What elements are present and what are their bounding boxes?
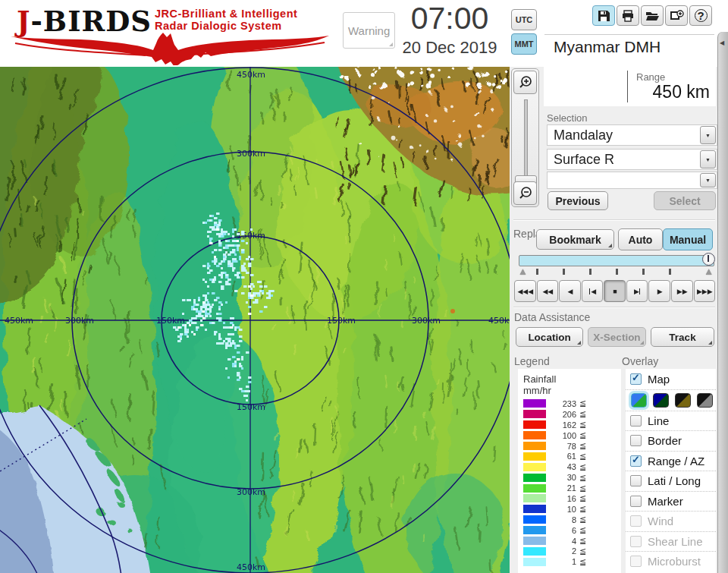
toolbar: ? [592, 5, 712, 26]
legend-threshold-value: 4 [549, 537, 576, 546]
playback-stop-button[interactable]: ■ [604, 280, 626, 302]
legend-unit: mm/hr [523, 385, 617, 396]
timezone-toggle: UTC MMT [511, 9, 537, 58]
header-separator [544, 34, 714, 35]
triangle-icon: ◀ [548, 288, 552, 295]
slider-tick [669, 269, 671, 275]
map-style-swatch-4[interactable] [697, 393, 713, 408]
playback-play-button[interactable]: ▶ [648, 280, 670, 302]
panel-collapse-strip[interactable]: ◀ [717, 32, 728, 573]
product-dropdown-button[interactable]: ▼ [700, 150, 716, 168]
terrain-spot [450, 309, 455, 313]
checkbox-range-az[interactable]: ✓ [630, 455, 642, 467]
overlay-item-label: Shear Line [648, 535, 703, 548]
zoom-out-icon [518, 186, 533, 201]
separator [513, 219, 715, 221]
control-panel: Range 450 km Selection Mandalay ▼ Surfac… [510, 67, 717, 573]
bookmark-button[interactable]: Bookmark [536, 229, 614, 250]
open-folder-button[interactable] [641, 5, 664, 26]
triangle-icon: ■ [613, 288, 616, 295]
slider-tick [642, 269, 645, 275]
slider-end-triangle-icon: ▲ [704, 266, 714, 277]
select-button[interactable]: Select [654, 191, 716, 210]
checkbox-lati-long[interactable] [630, 475, 642, 486]
map-canvas: 450km300km150km150km300km450km450km300km… [0, 67, 510, 573]
legend-color-swatch [523, 558, 546, 566]
station-name: Myanmar DMH [554, 38, 661, 56]
check-icon: ✓ [632, 454, 640, 465]
playback-play-reverse-button[interactable]: ◀ [559, 280, 581, 302]
warning-button[interactable]: Warning [343, 12, 395, 49]
range-ring-label: 150km [237, 402, 265, 412]
location-button[interactable]: Location [516, 327, 583, 347]
overlay-item-line[interactable]: Line [626, 411, 716, 431]
utc-button[interactable]: UTC [511, 9, 537, 30]
product-dropdown[interactable]: Surface R ▼ [547, 149, 717, 170]
zoom-in-button[interactable] [513, 71, 537, 94]
option-dropdown[interactable]: ▼ [547, 172, 717, 189]
lte-symbol: ≦ [579, 537, 586, 545]
playback-forward-fast-button[interactable]: ▶▶▶ [694, 280, 716, 302]
legend-entry: 100≦ [523, 430, 617, 441]
option-dropdown-button[interactable]: ▼ [700, 173, 716, 187]
checkbox-border[interactable] [630, 435, 642, 446]
legend-threshold-value: 61 [549, 452, 576, 461]
logo-subtitle: JRC-Brilliant & Intelligent Radar Dialog… [155, 8, 297, 32]
checkbox-map[interactable]: ✓ [630, 373, 642, 385]
mmt-button[interactable]: MMT [511, 33, 537, 55]
zoom-out-button[interactable] [513, 181, 537, 205]
playback-step-forward-button[interactable]: ▶ [626, 280, 648, 302]
playback-forward-button[interactable]: ▶▶ [671, 280, 693, 302]
app-logo: J-BIRDS JRC-Brilliant & Intelligent Rada… [6, 2, 332, 65]
print-button[interactable] [617, 5, 639, 26]
lte-symbol: ≦ [579, 474, 586, 482]
range-value: 450 km [653, 82, 710, 102]
range-ring-label: 450km [237, 562, 265, 572]
replay-slider-handle[interactable] [702, 253, 715, 266]
overlay-item-map[interactable]: ✓Map [626, 369, 716, 389]
help-button[interactable]: ? [689, 5, 712, 26]
playback-step-back-button[interactable]: ◀ [582, 280, 604, 302]
lte-symbol: ≦ [579, 420, 586, 429]
map-style-swatch-2[interactable] [653, 393, 669, 408]
map-style-swatch-1[interactable] [631, 393, 647, 408]
playback-rewind-button[interactable]: ◀◀ [537, 280, 559, 302]
legend-threshold-value: 21 [549, 483, 576, 493]
overlay-item-microburst: Microburst [626, 551, 716, 571]
auto-button[interactable]: Auto [618, 228, 663, 250]
legend-label: Legend [514, 355, 550, 367]
map-style-swatch-3[interactable] [675, 393, 691, 408]
radar-map[interactable]: 450km300km150km150km300km450km450km300km… [0, 67, 510, 573]
site-dropdown[interactable]: Mandalay ▼ [547, 124, 717, 146]
legend-threshold-value: 30 [549, 473, 576, 482]
help-icon: ? [695, 9, 708, 22]
rainfall-legend: Rainfall mm/hr 233≦206≦162≦100≦78≦61≦43≦… [518, 369, 621, 573]
playback-rewind-fast-button[interactable]: ◀◀◀ [514, 280, 536, 302]
checkbox-marker[interactable] [630, 496, 642, 507]
overlay-item-label: Range / AZ [648, 455, 704, 468]
overlay-item-lati-long[interactable]: Lati / Long [626, 471, 716, 491]
triangle-icon: ▶ [634, 288, 639, 295]
lte-symbol: ≦ [579, 526, 586, 534]
add-image-button[interactable] [665, 5, 688, 26]
triangle-icon: ◀ [528, 288, 532, 295]
xsection-button[interactable]: X-Section [588, 327, 646, 347]
separator [513, 307, 715, 308]
overlay-item-label: Map [648, 373, 670, 386]
save-button[interactable] [592, 5, 615, 26]
manual-button[interactable]: Manual [663, 228, 713, 250]
replay-slider[interactable] [519, 255, 714, 266]
overlay-item-marker[interactable]: Marker [626, 491, 716, 512]
checkbox-line[interactable] [630, 415, 642, 427]
overlay-item-range-az[interactable]: ✓Range / AZ [626, 451, 716, 471]
previous-button[interactable]: Previous [548, 191, 608, 210]
legend-entry: 2≦ [523, 546, 617, 556]
overlay-item-label: Microburst [648, 555, 701, 568]
legend-entry: 78≦ [523, 441, 617, 452]
track-button[interactable]: Track [651, 327, 714, 347]
overlay-item-border[interactable]: Border [626, 430, 716, 451]
zoom-slider-track[interactable] [524, 99, 528, 184]
legend-threshold-value: 2 [549, 546, 576, 556]
site-dropdown-button[interactable]: ▼ [700, 126, 716, 144]
overlay-label: Overlay [622, 355, 658, 367]
